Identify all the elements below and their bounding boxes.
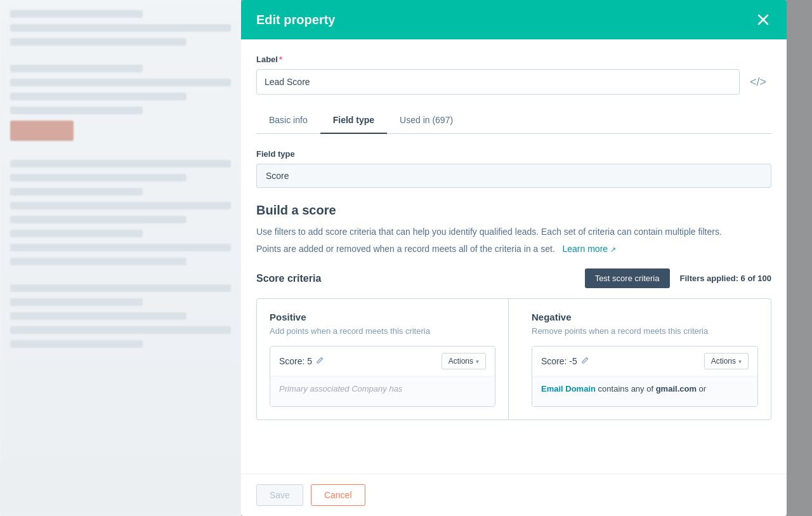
bg-row [10,258,187,265]
bg-row [10,107,143,114]
negative-description: Remove points when a record meets this c… [532,326,758,336]
filters-applied-count: Filters applied: 6 of 100 [680,274,772,283]
label-input-row: </> [256,69,771,95]
positive-title: Positive [270,312,495,322]
field-type-label: Field type [256,149,771,159]
bg-row [10,79,231,86]
positive-score-value-row: Score: 5 [279,356,324,366]
negative-criteria-text: Email Domain contains any of gmail.com o… [541,384,706,394]
negative-score-value: Score: -5 [541,356,577,366]
bg-row [10,284,231,292]
field-type-value: Score [256,164,771,188]
modal-header: Edit property [241,0,787,39]
positive-score-item: Score: 5 Actions [270,346,495,407]
external-link-icon: ↗ [610,246,616,253]
pencil-icon [316,357,324,364]
score-criteria-label: Score criteria [256,273,321,284]
positive-score-value: Score: 5 [279,356,312,366]
label-section: Label* </> [256,55,771,95]
positive-description: Add points when a record meets this crit… [270,326,495,336]
modal-title: Edit property [256,13,335,27]
bg-row [10,38,187,46]
bg-row [10,216,187,223]
negative-score-value-row: Score: -5 [541,356,589,366]
label-input[interactable] [256,69,740,95]
bg-row [10,160,231,168]
bg-row [10,230,143,237]
bg-row [10,24,231,32]
code-icon: </> [750,76,766,88]
bottom-spacer [256,420,771,433]
negative-criteria-content: Email Domain contains any of gmail.com o… [532,376,757,406]
negative-column: Negative Remove points when a record mee… [519,299,771,420]
positive-edit-icon[interactable] [316,357,324,366]
pencil-icon [581,357,589,364]
modal-footer: Save Cancel [241,473,787,516]
positive-criteria-text: Primary associated Company has [279,384,402,394]
tab-field-type[interactable]: Field type [320,107,387,134]
positive-criteria-content: Primary associated Company has [270,376,495,406]
bg-row [10,10,143,18]
edit-property-modal: Edit property Label* </> [241,0,787,516]
negative-score-item: Score: -5 Actions [532,346,758,407]
test-score-criteria-button[interactable]: Test score criteria [585,268,670,288]
positive-actions-button[interactable]: Actions [442,353,486,369]
bg-row [10,174,187,182]
bg-row [10,202,231,209]
required-indicator: * [279,55,282,64]
label-field-label: Label* [256,55,771,64]
code-embed-button[interactable]: </> [745,73,771,91]
bg-btn [10,121,74,141]
negative-score-header: Score: -5 Actions [532,347,757,376]
score-criteria-right: Test score criteria Filters applied: 6 o… [585,268,771,288]
tab-basic-info[interactable]: Basic info [256,107,320,134]
email-domain-link[interactable]: Email Domain [541,384,598,394]
modal-backdrop: Edit property Label* </> [241,0,812,516]
learn-more-link[interactable]: Learn more ↗ [560,244,616,254]
modal-body: Label* </> Basic info Field type [241,39,787,473]
close-button[interactable] [755,11,771,28]
bg-row [10,326,231,334]
background-overlay [0,0,241,516]
cancel-button[interactable]: Cancel [311,484,365,506]
bg-row [10,298,143,306]
bg-row [10,93,187,100]
bg-row [10,188,143,195]
tabs-row: Basic info Field type Used in (697) [256,107,771,134]
bg-row [10,244,231,251]
score-criteria-row: Score criteria Test score criteria Filte… [256,268,771,288]
build-score-title: Build a score [256,203,771,218]
negative-title: Negative [532,312,758,322]
build-score-section: Build a score Use filters to add score c… [256,203,771,256]
negative-edit-icon[interactable] [581,357,589,366]
bg-row [10,65,143,72]
positive-column: Positive Add points when a record meets … [257,299,509,420]
bg-row [10,312,187,320]
tab-used-in[interactable]: Used in (697) [387,107,466,134]
bg-row [10,340,143,348]
field-type-section: Field type Score [256,149,771,188]
build-score-desc-1: Use filters to add score criteria that c… [256,225,771,239]
negative-actions-button[interactable]: Actions [704,353,749,369]
save-button[interactable]: Save [256,484,303,506]
criteria-value-gmail: gmail.com [656,384,697,394]
close-icon [757,14,769,25]
positive-score-header: Score: 5 Actions [270,347,495,376]
score-columns: Positive Add points when a record meets … [256,298,771,420]
build-score-desc-2: Points are added or removed when a recor… [256,242,771,256]
